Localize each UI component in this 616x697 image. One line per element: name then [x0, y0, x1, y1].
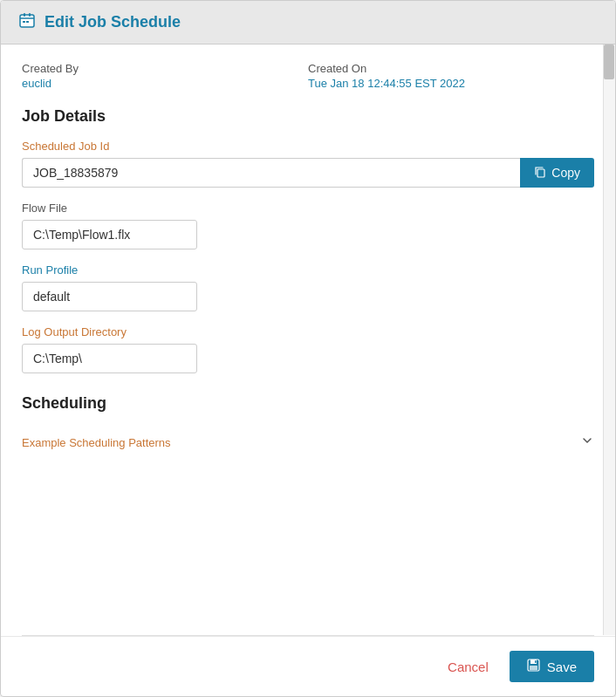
example-patterns-label: Example Scheduling Patterns	[22, 436, 171, 449]
save-button-label: Save	[547, 659, 577, 674]
flow-file-label: Flow File	[22, 202, 594, 215]
example-patterns-row[interactable]: Example Scheduling Patterns	[22, 427, 594, 458]
created-by-col: Created By euclid	[22, 62, 308, 90]
created-on-label: Created On	[308, 62, 594, 75]
dialog-footer: Cancel Save	[1, 636, 615, 696]
save-icon	[527, 659, 540, 674]
scheduled-job-id-input[interactable]	[22, 158, 520, 188]
svg-rect-1	[24, 13, 25, 17]
scheduled-job-id-label: Scheduled Job Id	[22, 140, 594, 153]
save-button[interactable]: Save	[510, 651, 594, 682]
svg-rect-10	[535, 660, 537, 663]
scrollbar-track[interactable]	[603, 44, 615, 635]
dialog-body: Created By euclid Created On Tue Jan 18 …	[1, 44, 615, 635]
log-output-dir-group: Log Output Directory	[22, 325, 594, 373]
run-profile-group: Run Profile	[22, 263, 594, 311]
scheduled-job-id-group: Scheduled Job Id Copy	[22, 140, 594, 188]
copy-button[interactable]: Copy	[520, 158, 594, 188]
svg-rect-5	[26, 21, 29, 23]
dialog-header: Edit Job Schedule	[1, 1, 615, 44]
flow-file-group: Flow File	[22, 202, 594, 249]
scheduling-title: Scheduling	[22, 394, 594, 413]
run-profile-label: Run Profile	[22, 263, 594, 277]
chevron-down-icon	[580, 434, 594, 451]
created-on-value: Tue Jan 18 12:44:55 EST 2022	[308, 77, 594, 90]
created-on-col: Created On Tue Jan 18 12:44:55 EST 2022	[308, 62, 594, 90]
created-by-value: euclid	[22, 77, 308, 90]
log-output-dir-label: Log Output Directory	[22, 325, 594, 338]
meta-row: Created By euclid Created On Tue Jan 18 …	[22, 62, 594, 90]
svg-rect-4	[23, 21, 25, 23]
run-profile-input[interactable]	[22, 282, 197, 311]
log-output-dir-input[interactable]	[22, 344, 197, 373]
scrollbar-thumb[interactable]	[604, 44, 614, 79]
copy-button-label: Copy	[551, 166, 580, 180]
dialog-title: Edit Job Schedule	[44, 13, 181, 31]
svg-rect-2	[29, 13, 31, 17]
edit-job-schedule-dialog: Edit Job Schedule Created By euclid Crea…	[0, 0, 616, 697]
calendar-icon	[18, 11, 36, 33]
cancel-button[interactable]: Cancel	[437, 653, 499, 681]
job-details-title: Job Details	[22, 107, 594, 126]
scheduled-job-id-row: Copy	[22, 158, 594, 188]
copy-icon	[534, 166, 546, 181]
svg-rect-6	[537, 169, 544, 177]
svg-rect-9	[530, 666, 537, 670]
created-by-label: Created By	[22, 62, 308, 75]
flow-file-input[interactable]	[22, 220, 197, 249]
scheduling-section: Scheduling Example Scheduling Patterns	[22, 394, 594, 458]
